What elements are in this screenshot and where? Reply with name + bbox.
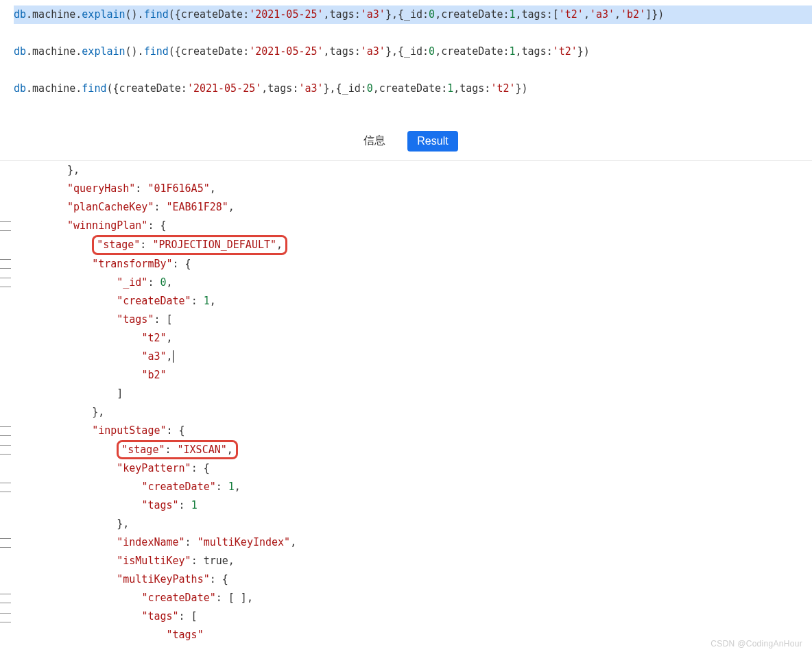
text-cursor <box>173 350 174 363</box>
result-line: }, <box>0 403 812 422</box>
result-line: "t2", <box>0 329 812 348</box>
result-line: "stage": "PROJECTION_DEFAULT", <box>0 235 812 255</box>
result-line: "transformBy": { <box>0 255 812 274</box>
result-line: "tags": 1 <box>0 496 812 515</box>
fold-gutter-icon[interactable] <box>0 278 11 287</box>
result-line: "stage": "IXSCAN", <box>0 440 812 460</box>
fold-gutter-icon[interactable] <box>0 445 11 455</box>
fold-gutter-icon[interactable] <box>0 259 11 269</box>
result-line: "queryHash": "01F616A5", <box>0 180 812 198</box>
result-line: "winningPlan": { <box>0 217 812 235</box>
fold-gutter-icon[interactable] <box>0 613 11 622</box>
result-line: "inputStage": { <box>0 422 812 440</box>
result-line: "createDate": 1, <box>0 478 812 496</box>
result-line: "multiKeyPaths": { <box>0 570 812 589</box>
result-line: "_id": 0, <box>0 274 812 292</box>
fold-gutter-icon[interactable] <box>0 538 11 548</box>
result-line: "b2" <box>0 366 812 385</box>
result-line: "tags" <box>0 626 812 644</box>
result-tabbar: 信息 Result <box>0 117 812 161</box>
result-line: "createDate": 1, <box>0 292 812 311</box>
result-line: "a3", <box>0 348 812 366</box>
result-line: }, <box>0 515 812 533</box>
tab-info[interactable]: 信息 <box>354 130 395 152</box>
editor-line[interactable] <box>14 61 812 80</box>
code-editor[interactable]: db.machine.explain().find({createDate:'2… <box>0 0 812 98</box>
editor-line[interactable]: db.machine.explain().find({createDate:'2… <box>14 5 812 24</box>
fold-gutter-icon[interactable] <box>0 483 11 492</box>
fold-gutter-icon[interactable] <box>0 594 11 603</box>
watermark: CSDN @CodingAnHour <box>710 639 802 649</box>
result-line: "indexName": "multiKeyIndex", <box>0 533 812 552</box>
editor-line[interactable]: db.machine.find({createDate:'2021-05-25'… <box>14 80 812 98</box>
result-panel[interactable]: },"queryHash": "01F616A5","planCacheKey"… <box>0 161 812 644</box>
result-line: "createDate": [ ], <box>0 589 812 607</box>
result-line: "keyPattern": { <box>0 459 812 478</box>
editor-line[interactable] <box>14 24 812 43</box>
editor-line[interactable]: db.machine.explain().find({createDate:'2… <box>14 43 812 61</box>
result-line: }, <box>0 161 812 180</box>
result-line: "tags": [ <box>0 311 812 329</box>
fold-gutter-icon[interactable] <box>0 221 11 231</box>
tab-result[interactable]: Result <box>407 131 457 152</box>
result-line: "tags": [ <box>0 607 812 626</box>
highlight-box: "stage": "PROJECTION_DEFAULT", <box>92 235 287 255</box>
fold-gutter-icon[interactable] <box>0 426 11 436</box>
result-line: ] <box>0 385 812 403</box>
result-line: "planCacheKey": "EAB61F28", <box>0 198 812 217</box>
result-line: "isMultiKey": true, <box>0 552 812 570</box>
highlight-box: "stage": "IXSCAN", <box>117 440 238 460</box>
